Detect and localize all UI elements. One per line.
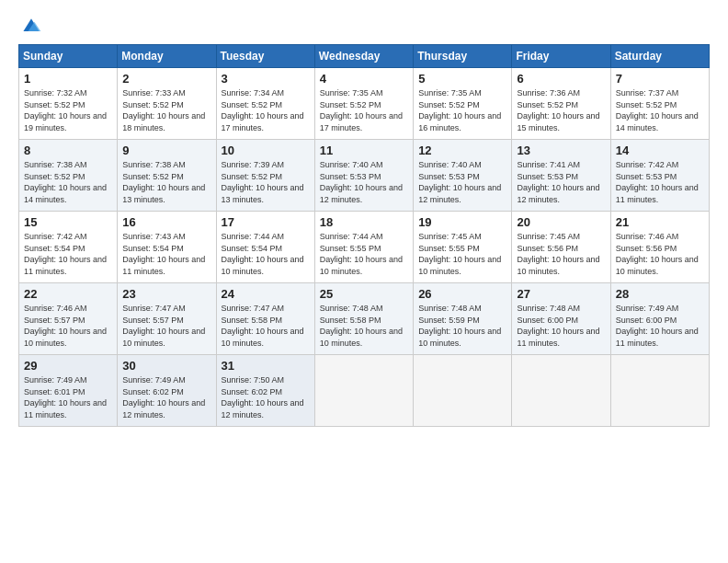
day-info: Sunrise: 7:36 AMSunset: 5:52 PMDaylight:…	[517, 87, 605, 133]
day-header-thursday: Thursday	[414, 45, 512, 68]
day-number: 5	[418, 72, 506, 86]
day-info: Sunrise: 7:32 AMSunset: 5:52 PMDaylight:…	[24, 87, 112, 133]
day-info: Sunrise: 7:46 AMSunset: 5:56 PMDaylight:…	[616, 231, 704, 277]
calendar-day-19: 19Sunrise: 7:45 AMSunset: 5:55 PMDayligh…	[414, 212, 512, 283]
day-number: 8	[24, 144, 112, 157]
logo	[18, 17, 42, 35]
calendar-day-15: 15Sunrise: 7:42 AMSunset: 5:54 PMDayligh…	[19, 212, 118, 283]
calendar-week-3: 15Sunrise: 7:42 AMSunset: 5:54 PMDayligh…	[19, 212, 710, 283]
day-info: Sunrise: 7:43 AMSunset: 5:54 PMDaylight:…	[122, 231, 210, 277]
calendar-day-17: 17Sunrise: 7:44 AMSunset: 5:54 PMDayligh…	[216, 212, 314, 283]
day-info: Sunrise: 7:45 AMSunset: 5:56 PMDaylight:…	[517, 231, 605, 277]
day-number: 15	[24, 215, 112, 229]
day-info: Sunrise: 7:48 AMSunset: 5:58 PMDaylight:…	[320, 303, 408, 349]
calendar-day-13: 13Sunrise: 7:41 AMSunset: 5:53 PMDayligh…	[512, 140, 610, 212]
day-number: 30	[122, 359, 210, 373]
calendar-day-23: 23Sunrise: 7:47 AMSunset: 5:57 PMDayligh…	[118, 283, 216, 355]
day-number: 9	[122, 144, 210, 157]
header	[18, 17, 710, 35]
day-info: Sunrise: 7:42 AMSunset: 5:53 PMDaylight:…	[616, 159, 704, 205]
calendar-week-2: 8Sunrise: 7:38 AMSunset: 5:52 PMDaylight…	[19, 140, 710, 212]
calendar-table: SundayMondayTuesdayWednesdayThursdayFrid…	[18, 44, 710, 427]
day-number: 19	[418, 215, 506, 229]
calendar-day-11: 11Sunrise: 7:40 AMSunset: 5:53 PMDayligh…	[314, 140, 413, 212]
calendar-day-24: 24Sunrise: 7:47 AMSunset: 5:58 PMDayligh…	[216, 283, 314, 355]
empty-cell	[610, 355, 709, 427]
day-number: 23	[122, 287, 210, 301]
day-number: 24	[222, 287, 310, 301]
calendar-day-30: 30Sunrise: 7:49 AMSunset: 6:02 PMDayligh…	[118, 355, 216, 427]
calendar-day-16: 16Sunrise: 7:43 AMSunset: 5:54 PMDayligh…	[118, 212, 216, 283]
empty-cell	[512, 355, 610, 427]
day-number: 17	[222, 215, 310, 229]
day-number: 29	[24, 359, 112, 373]
day-info: Sunrise: 7:46 AMSunset: 5:57 PMDaylight:…	[24, 303, 112, 349]
day-number: 3	[222, 72, 310, 86]
day-info: Sunrise: 7:47 AMSunset: 5:57 PMDaylight:…	[122, 303, 210, 349]
calendar-day-21: 21Sunrise: 7:46 AMSunset: 5:56 PMDayligh…	[610, 212, 709, 283]
day-info: Sunrise: 7:38 AMSunset: 5:52 PMDaylight:…	[24, 159, 112, 205]
day-header-sunday: Sunday	[19, 45, 118, 68]
day-number: 31	[222, 359, 310, 373]
day-number: 26	[418, 287, 506, 301]
day-info: Sunrise: 7:35 AMSunset: 5:52 PMDaylight:…	[320, 87, 408, 133]
day-info: Sunrise: 7:48 AMSunset: 6:00 PMDaylight:…	[517, 303, 605, 349]
day-info: Sunrise: 7:40 AMSunset: 5:53 PMDaylight:…	[418, 159, 506, 205]
day-info: Sunrise: 7:49 AMSunset: 6:00 PMDaylight:…	[616, 303, 704, 349]
day-number: 28	[616, 287, 704, 301]
calendar-week-1: 1Sunrise: 7:32 AMSunset: 5:52 PMDaylight…	[19, 68, 710, 140]
calendar-day-10: 10Sunrise: 7:39 AMSunset: 5:52 PMDayligh…	[216, 140, 314, 212]
calendar-day-14: 14Sunrise: 7:42 AMSunset: 5:53 PMDayligh…	[610, 140, 709, 212]
calendar-day-5: 5Sunrise: 7:35 AMSunset: 5:52 PMDaylight…	[414, 68, 512, 140]
calendar-day-12: 12Sunrise: 7:40 AMSunset: 5:53 PMDayligh…	[414, 140, 512, 212]
calendar-day-9: 9Sunrise: 7:38 AMSunset: 5:52 PMDaylight…	[118, 140, 216, 212]
calendar-day-27: 27Sunrise: 7:48 AMSunset: 6:00 PMDayligh…	[512, 283, 610, 355]
calendar-page: SundayMondayTuesdayWednesdayThursdayFrid…	[0, 0, 728, 563]
empty-cell	[414, 355, 512, 427]
day-info: Sunrise: 7:35 AMSunset: 5:52 PMDaylight:…	[418, 87, 506, 133]
day-info: Sunrise: 7:49 AMSunset: 6:01 PMDaylight:…	[24, 374, 112, 420]
day-info: Sunrise: 7:38 AMSunset: 5:52 PMDaylight:…	[122, 159, 210, 205]
day-number: 25	[320, 287, 408, 301]
day-number: 2	[122, 72, 210, 86]
day-info: Sunrise: 7:50 AMSunset: 6:02 PMDaylight:…	[222, 374, 310, 420]
day-number: 6	[517, 72, 605, 86]
day-number: 22	[24, 287, 112, 301]
calendar-day-1: 1Sunrise: 7:32 AMSunset: 5:52 PMDaylight…	[19, 68, 118, 140]
calendar-day-26: 26Sunrise: 7:48 AMSunset: 5:59 PMDayligh…	[414, 283, 512, 355]
calendar-day-6: 6Sunrise: 7:36 AMSunset: 5:52 PMDaylight…	[512, 68, 610, 140]
day-number: 7	[616, 72, 704, 86]
day-number: 16	[122, 215, 210, 229]
day-number: 20	[517, 215, 605, 229]
calendar-day-28: 28Sunrise: 7:49 AMSunset: 6:00 PMDayligh…	[610, 283, 709, 355]
day-header-tuesday: Tuesday	[216, 45, 314, 68]
calendar-day-2: 2Sunrise: 7:33 AMSunset: 5:52 PMDaylight…	[118, 68, 216, 140]
day-info: Sunrise: 7:44 AMSunset: 5:55 PMDaylight:…	[320, 231, 408, 277]
calendar-day-20: 20Sunrise: 7:45 AMSunset: 5:56 PMDayligh…	[512, 212, 610, 283]
calendar-day-7: 7Sunrise: 7:37 AMSunset: 5:52 PMDaylight…	[610, 68, 709, 140]
day-number: 12	[418, 144, 506, 157]
day-info: Sunrise: 7:33 AMSunset: 5:52 PMDaylight:…	[122, 87, 210, 133]
day-info: Sunrise: 7:37 AMSunset: 5:52 PMDaylight:…	[616, 87, 704, 133]
empty-cell	[314, 355, 413, 427]
day-number: 27	[517, 287, 605, 301]
calendar-day-8: 8Sunrise: 7:38 AMSunset: 5:52 PMDaylight…	[19, 140, 118, 212]
day-number: 18	[320, 215, 408, 229]
day-header-saturday: Saturday	[610, 45, 709, 68]
calendar-day-29: 29Sunrise: 7:49 AMSunset: 6:01 PMDayligh…	[19, 355, 118, 427]
day-info: Sunrise: 7:45 AMSunset: 5:55 PMDaylight:…	[418, 231, 506, 277]
calendar-day-4: 4Sunrise: 7:35 AMSunset: 5:52 PMDaylight…	[314, 68, 413, 140]
day-number: 10	[222, 144, 310, 157]
day-info: Sunrise: 7:40 AMSunset: 5:53 PMDaylight:…	[320, 159, 408, 205]
calendar-header-row: SundayMondayTuesdayWednesdayThursdayFrid…	[19, 45, 710, 68]
day-header-monday: Monday	[118, 45, 216, 68]
day-info: Sunrise: 7:48 AMSunset: 5:59 PMDaylight:…	[418, 303, 506, 349]
logo-icon	[20, 17, 42, 35]
day-number: 14	[616, 144, 704, 157]
day-info: Sunrise: 7:34 AMSunset: 5:52 PMDaylight:…	[222, 87, 310, 133]
day-info: Sunrise: 7:41 AMSunset: 5:53 PMDaylight:…	[517, 159, 605, 205]
calendar-day-18: 18Sunrise: 7:44 AMSunset: 5:55 PMDayligh…	[314, 212, 413, 283]
day-number: 13	[517, 144, 605, 157]
day-number: 4	[320, 72, 408, 86]
day-info: Sunrise: 7:42 AMSunset: 5:54 PMDaylight:…	[24, 231, 112, 277]
